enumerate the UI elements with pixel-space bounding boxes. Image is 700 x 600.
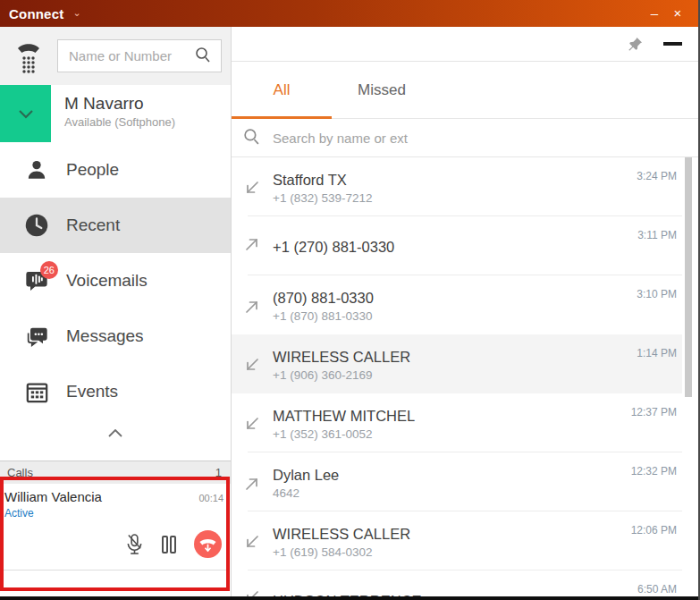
- calls-section-header: Calls 1: [0, 461, 231, 484]
- call-time: 3:11 PM: [637, 229, 677, 241]
- chevron-up-icon: [108, 429, 122, 437]
- dialpad-icon[interactable]: [13, 38, 45, 74]
- call-time: 12:37 PM: [631, 406, 677, 418]
- call-card-divider: [1, 570, 230, 570]
- call-number: +1 (619) 584-0302: [273, 545, 631, 559]
- calls-count: 1: [215, 466, 222, 479]
- active-call-card[interactable]: William Valencia 00:14 Active: [0, 484, 231, 600]
- hold-call-button[interactable]: [160, 534, 178, 555]
- recent-search-box[interactable]: [232, 119, 698, 157]
- list-item[interactable]: MATTHEW MITCHEL +1 (352) 361-0052 12:37 …: [232, 393, 682, 452]
- sidebar-search-input[interactable]: [69, 48, 194, 63]
- call-time: 3:10 PM: [637, 288, 677, 300]
- call-time: 1:14 PM: [637, 347, 677, 359]
- nav-label: Messages: [66, 326, 144, 346]
- window-bottom-edge: [0, 596, 698, 600]
- voicemail-count-badge: 26: [40, 261, 58, 279]
- chevron-down-icon: [20, 111, 32, 117]
- call-number: +1 (352) 361-0052: [273, 427, 631, 441]
- call-name: (870) 881-0330: [273, 290, 637, 307]
- app-title: Connect: [9, 6, 63, 21]
- user-row: M Navarro Available (Softphone): [0, 85, 231, 142]
- sidebar-collapse-button[interactable]: [0, 419, 231, 446]
- call-name: Stafford TX: [273, 172, 637, 189]
- app-menu-chevron-icon[interactable]: ⌄: [72, 7, 80, 19]
- title-bar: Connect ⌄ – ×: [0, 0, 698, 27]
- call-time: 12:06 PM: [631, 524, 677, 537]
- incoming-call-icon: [242, 415, 262, 435]
- list-item[interactable]: WIRELESS CALLER +1 (619) 584-0302 12:06 …: [232, 511, 682, 570]
- tab-all[interactable]: All: [232, 62, 332, 118]
- incoming-call-icon: [242, 533, 262, 553]
- close-button[interactable]: ×: [666, 0, 689, 27]
- call-name: Dylan Lee: [273, 467, 631, 484]
- incoming-call-icon: [242, 356, 262, 376]
- mute-microphone-button[interactable]: [125, 533, 144, 556]
- nav-label: People: [66, 160, 119, 180]
- connect-app-window: Connect ⌄ – ×: [0, 0, 700, 600]
- call-number: +1 (906) 360-2169: [273, 368, 637, 382]
- pin-icon[interactable]: [627, 36, 644, 53]
- nav-label: Events: [66, 382, 118, 401]
- user-status: Available (Softphone): [64, 115, 175, 129]
- incoming-call-icon: [242, 356, 262, 376]
- sidebar-item-people[interactable]: People: [0, 142, 231, 198]
- sidebar-item-events[interactable]: Events: [0, 364, 231, 419]
- incoming-call-icon: [242, 179, 262, 199]
- calls-label: Calls: [7, 466, 33, 479]
- recent-panel: All Missed Stafford TX +1 (832) 539-7212…: [232, 27, 698, 600]
- list-item[interactable]: Stafford TX +1 (832) 539-7212 3:24 PM: [232, 157, 682, 216]
- outgoing-call-icon: [242, 234, 262, 254]
- person-icon: [23, 156, 50, 183]
- voicemail-icon: 26: [23, 267, 50, 294]
- scrollbar-thumb[interactable]: [685, 157, 692, 397]
- sidebar-search-box[interactable]: [57, 39, 222, 72]
- user-presence-avatar[interactable]: [0, 85, 51, 142]
- list-item[interactable]: (870) 881-0330 +1 (870) 881-0330 3:10 PM: [232, 275, 682, 334]
- hangup-call-button[interactable]: [194, 530, 222, 558]
- clock-icon: [23, 212, 50, 239]
- outgoing-call-icon: [242, 297, 262, 317]
- outgoing-call-icon: [242, 474, 262, 494]
- calendar-icon: [23, 378, 50, 405]
- active-call-name: William Valencia: [4, 489, 102, 504]
- recent-search-input[interactable]: [273, 131, 687, 146]
- search-icon: [242, 127, 261, 149]
- sidebar-item-recent[interactable]: Recent: [0, 198, 231, 253]
- call-name: +1 (270) 881-0330: [273, 239, 637, 256]
- tab-bar: All Missed: [232, 62, 698, 119]
- list-item[interactable]: Dylan Lee 4642 12:32 PM: [232, 452, 682, 511]
- sidebar: M Navarro Available (Softphone) People: [0, 27, 232, 600]
- tab-missed[interactable]: Missed: [332, 62, 432, 118]
- sidebar-nav: People Recent: [0, 142, 231, 446]
- list-item[interactable]: +1 (270) 881-0330 3:11 PM: [232, 216, 682, 275]
- call-time: 6:50 AM: [637, 583, 677, 596]
- panel-collapse-button[interactable]: [663, 42, 682, 46]
- nav-label: Recent: [66, 215, 120, 235]
- sidebar-top-bar: [0, 27, 231, 85]
- call-number: 4642: [273, 486, 631, 500]
- active-call-state-link[interactable]: Active: [4, 507, 225, 520]
- messages-icon: [23, 323, 50, 350]
- search-icon[interactable]: [194, 46, 212, 67]
- sidebar-item-messages[interactable]: Messages: [0, 308, 231, 364]
- call-time: 3:24 PM: [637, 170, 677, 182]
- panel-header: [232, 27, 698, 62]
- incoming-call-icon: [242, 415, 262, 435]
- outgoing-call-icon: [242, 234, 262, 254]
- call-time: 12:32 PM: [631, 465, 677, 477]
- incoming-call-icon: [242, 533, 262, 553]
- user-name: M Navarro: [64, 94, 175, 114]
- list-item[interactable]: WIRELESS CALLER +1 (906) 360-2169 1:14 P…: [232, 334, 682, 393]
- call-name: MATTHEW MITCHEL: [273, 408, 631, 425]
- call-number: +1 (870) 881-0330: [273, 309, 637, 323]
- active-call-duration: 00:14: [198, 493, 225, 503]
- minimize-button[interactable]: –: [643, 0, 666, 27]
- outgoing-call-icon: [242, 474, 262, 494]
- call-name: WIRELESS CALLER: [273, 349, 637, 366]
- sidebar-item-voicemails[interactable]: 26 Voicemails: [0, 253, 231, 308]
- call-history-list: Stafford TX +1 (832) 539-7212 3:24 PM +1…: [232, 157, 698, 600]
- call-number: +1 (832) 539-7212: [273, 191, 637, 205]
- incoming-call-icon: [242, 179, 262, 199]
- nav-label: Voicemails: [66, 271, 148, 291]
